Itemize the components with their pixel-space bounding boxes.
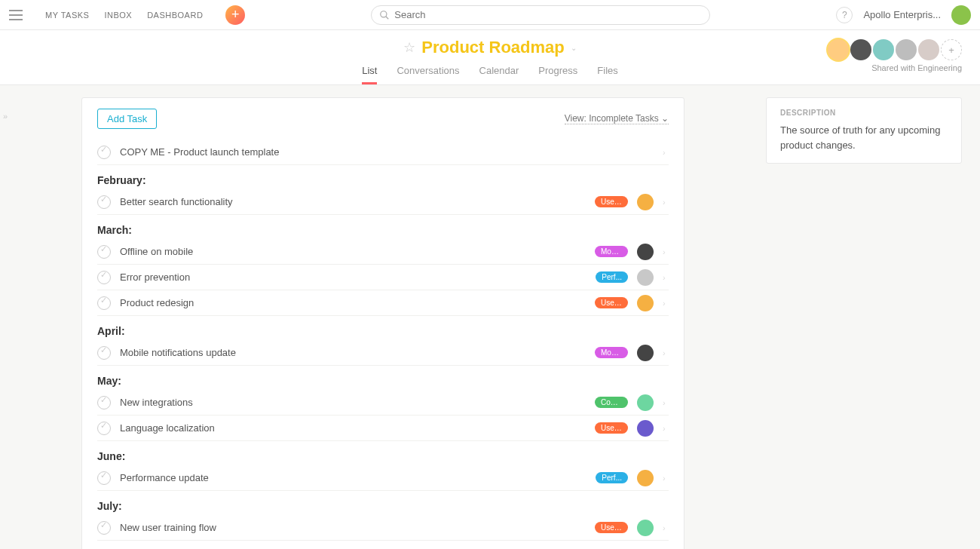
assignee-avatar[interactable] xyxy=(637,194,654,210)
task-tag[interactable]: User... xyxy=(595,422,628,434)
task-list: COPY ME - Product launch template›Februa… xyxy=(82,140,684,549)
star-icon[interactable]: ☆ xyxy=(403,39,415,56)
project-members-area: + Shared with Engineering xyxy=(828,39,962,72)
complete-checkbox[interactable] xyxy=(97,471,111,485)
task-tag[interactable]: Mobi... xyxy=(595,246,628,257)
assignee-avatar[interactable] xyxy=(637,269,654,286)
topbar: MY TASKS INBOX DASHBOARD + ? Apollo Ente… xyxy=(0,0,980,30)
complete-checkbox[interactable] xyxy=(97,245,111,259)
tab-files[interactable]: Files xyxy=(597,65,617,84)
task-tag[interactable]: User... xyxy=(595,522,628,533)
svg-line-1 xyxy=(386,16,389,19)
description-body: The source of truth for any upcoming pro… xyxy=(780,123,948,152)
task-row[interactable]: Offline on mobileMobi...› xyxy=(97,239,669,265)
tab-list[interactable]: List xyxy=(362,65,377,84)
chevron-right-icon: › xyxy=(663,148,669,157)
nav-inbox[interactable]: INBOX xyxy=(104,11,132,20)
task-row[interactable]: New integrationsCom...› xyxy=(97,390,669,416)
chevron-right-icon: › xyxy=(663,247,669,256)
task-panel: Add Task View: Incomplete Tasks ⌄ COPY M… xyxy=(81,97,684,549)
add-member-button[interactable]: + xyxy=(941,39,962,60)
nav-dashboard[interactable]: DASHBOARD xyxy=(147,11,203,20)
project-title[interactable]: Product Roadmap xyxy=(421,38,564,57)
task-row[interactable]: Product redesignUser...› xyxy=(97,290,669,316)
global-add-button[interactable]: + xyxy=(225,5,245,25)
topbar-right: ? Apollo Enterpris... xyxy=(836,5,971,25)
member-avatar[interactable] xyxy=(918,39,939,60)
task-title: New user training flow xyxy=(120,522,586,533)
task-title: Error prevention xyxy=(120,271,586,283)
avatar-stack: + xyxy=(828,39,962,60)
svg-point-0 xyxy=(381,11,387,17)
view-selector[interactable]: View: Incomplete Tasks ⌄ xyxy=(565,113,669,124)
project-menu-caret[interactable]: ⌄ xyxy=(571,44,577,52)
complete-checkbox[interactable] xyxy=(97,346,111,360)
tab-progress[interactable]: Progress xyxy=(538,65,577,84)
section-header[interactable]: March: xyxy=(97,224,669,239)
section-header[interactable]: May: xyxy=(97,375,669,390)
assignee-avatar[interactable] xyxy=(637,470,654,486)
menu-icon[interactable] xyxy=(9,6,27,24)
assignee-avatar[interactable] xyxy=(637,295,654,311)
section-header[interactable]: July: xyxy=(97,500,669,515)
assignee-avatar[interactable] xyxy=(637,244,654,260)
tab-conversations[interactable]: Conversations xyxy=(397,65,459,84)
current-user-avatar[interactable] xyxy=(951,5,971,25)
task-tag[interactable]: Mobi... xyxy=(595,347,628,358)
member-avatar[interactable] xyxy=(828,39,849,60)
member-avatar[interactable] xyxy=(873,39,894,60)
task-tag[interactable]: Perf... xyxy=(596,271,628,283)
content-area: Add Task View: Incomplete Tasks ⌄ COPY M… xyxy=(0,84,980,549)
search-input[interactable] xyxy=(394,9,702,20)
member-avatar[interactable] xyxy=(896,39,917,60)
nav-links: MY TASKS INBOX DASHBOARD xyxy=(45,11,203,20)
complete-checkbox[interactable] xyxy=(97,521,111,535)
chevron-right-icon: › xyxy=(663,523,669,532)
task-row[interactable]: COPY ME - Product launch template› xyxy=(97,140,669,165)
section-header[interactable]: February: xyxy=(97,174,669,189)
complete-checkbox[interactable] xyxy=(97,146,111,159)
task-title: COPY ME - Product launch template xyxy=(120,146,628,158)
search-icon xyxy=(379,10,390,20)
search-box[interactable] xyxy=(371,5,710,25)
task-title: Performance update xyxy=(120,472,586,483)
member-avatar[interactable] xyxy=(850,39,871,60)
complete-checkbox[interactable] xyxy=(97,195,111,209)
task-row[interactable]: Error preventionPerf...› xyxy=(97,265,669,290)
project-header: ☆ Product Roadmap ⌄ ListConversationsCal… xyxy=(0,30,980,84)
add-task-button[interactable]: Add Task xyxy=(97,109,157,129)
assignee-avatar[interactable] xyxy=(637,345,654,361)
task-tag[interactable]: Perf... xyxy=(596,472,628,483)
task-tag[interactable]: Com... xyxy=(595,397,628,408)
section-header[interactable]: June: xyxy=(97,450,669,465)
task-title: Language localization xyxy=(120,422,586,434)
complete-checkbox[interactable] xyxy=(97,271,111,284)
complete-checkbox[interactable] xyxy=(97,422,111,435)
task-row[interactable]: Performance updatePerf...› xyxy=(97,465,669,491)
task-title: Product redesign xyxy=(120,297,586,308)
task-title: Better search functionality xyxy=(120,196,586,207)
chevron-right-icon: › xyxy=(663,273,669,282)
chevron-right-icon: › xyxy=(663,424,669,433)
section-header[interactable]: April: xyxy=(97,325,669,340)
chevron-right-icon: › xyxy=(663,198,669,207)
task-title: Offline on mobile xyxy=(120,246,586,257)
tab-calendar[interactable]: Calendar xyxy=(479,65,519,84)
task-row[interactable]: Language localizationUser...› xyxy=(97,416,669,441)
chevron-right-icon: › xyxy=(663,474,669,483)
assignee-avatar[interactable] xyxy=(637,394,654,411)
complete-checkbox[interactable] xyxy=(97,396,111,409)
assignee-avatar[interactable] xyxy=(637,420,654,437)
help-button[interactable]: ? xyxy=(836,7,853,23)
complete-checkbox[interactable] xyxy=(97,296,111,310)
nav-my-tasks[interactable]: MY TASKS xyxy=(45,11,89,20)
task-row[interactable]: New user training flowUser...› xyxy=(97,515,669,541)
workspace-switcher[interactable]: Apollo Enterpris... xyxy=(863,9,941,20)
share-text: Shared with Engineering xyxy=(828,63,962,72)
assignee-avatar[interactable] xyxy=(637,520,654,536)
task-row[interactable]: Better search functionalityUser...› xyxy=(97,189,669,215)
task-row[interactable]: Mobile notifications updateMobi...› xyxy=(97,340,669,366)
sidebar-expand-icon[interactable]: » xyxy=(3,112,8,121)
task-tag[interactable]: User... xyxy=(595,297,628,308)
task-tag[interactable]: User... xyxy=(595,196,628,207)
